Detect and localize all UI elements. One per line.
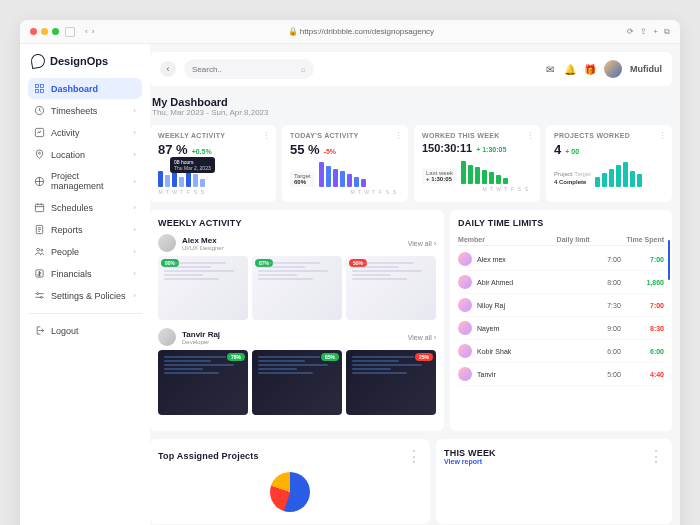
more-icon[interactable]: ⋮ bbox=[394, 131, 402, 141]
table-row: Niloy Raj 7:30 7:00 bbox=[458, 294, 664, 317]
page-title: My Dashboard bbox=[152, 96, 672, 108]
sidebar-item-label: Logout bbox=[51, 326, 79, 336]
stat-delta: +0.5% bbox=[192, 148, 212, 155]
member-name: Tanvir bbox=[477, 371, 596, 378]
stat-label: WORKED THIS WEEK bbox=[422, 132, 532, 139]
user-avatar[interactable] bbox=[604, 60, 622, 78]
user-name: Mufidul bbox=[630, 64, 662, 74]
avatar bbox=[158, 328, 176, 346]
scrollbar[interactable] bbox=[668, 240, 670, 280]
new-tab-icon[interactable]: + bbox=[653, 27, 658, 37]
daily-limit: 5:00 bbox=[596, 371, 632, 378]
stat-value: 4 bbox=[554, 142, 561, 157]
avatar bbox=[458, 321, 472, 335]
chevron-right-icon: › bbox=[434, 334, 436, 341]
sidebar-item-people[interactable]: People› bbox=[28, 241, 142, 262]
sidebar-item-reports[interactable]: Reports› bbox=[28, 219, 142, 240]
stats-row: ⋮ WEEKLY ACTIVITY 87 % +0.5% 08 hours Th… bbox=[150, 125, 672, 202]
tabs-icon[interactable]: ⧉ bbox=[664, 27, 670, 37]
panel-title: Top Assigned Projects bbox=[158, 451, 259, 461]
chevron-right-icon: › bbox=[133, 128, 136, 137]
view-all-link[interactable]: View all › bbox=[408, 334, 436, 341]
stat-label: PROJECTS WORKED bbox=[554, 132, 664, 139]
report-icon bbox=[34, 224, 45, 235]
time-spent: 7:00 bbox=[632, 302, 664, 309]
person-role: UI/UX Designer bbox=[182, 245, 224, 251]
search-input[interactable]: ⌕ bbox=[184, 59, 314, 79]
grid-icon bbox=[34, 83, 45, 94]
project-icon bbox=[34, 176, 45, 187]
more-icon[interactable]: ⋮ bbox=[262, 131, 270, 141]
stat-label: WEEKLY ACTIVITY bbox=[158, 132, 268, 139]
sidebar-item-location[interactable]: Location› bbox=[28, 144, 142, 165]
stat-weekly-activity: ⋮ WEEKLY ACTIVITY 87 % +0.5% 08 hours Th… bbox=[150, 125, 276, 202]
brand-logo-icon bbox=[30, 53, 46, 69]
sidebar-item-label: Schedules bbox=[51, 203, 93, 213]
chevron-right-icon: › bbox=[133, 269, 136, 278]
search-field[interactable] bbox=[192, 65, 297, 74]
more-icon[interactable]: ⋮ bbox=[526, 131, 534, 141]
more-icon[interactable]: ⋮ bbox=[406, 447, 422, 466]
sidebar-item-label: Timesheets bbox=[51, 106, 97, 116]
member-name: Niloy Raj bbox=[477, 302, 596, 309]
worked-bars bbox=[461, 158, 532, 184]
back-button[interactable]: ‹ bbox=[160, 61, 176, 77]
day-axis: MTWTFSS bbox=[482, 186, 532, 192]
sidebar-item-activity[interactable]: Activity› bbox=[28, 122, 142, 143]
calendar-icon bbox=[34, 202, 45, 213]
time-spent: 4:40 bbox=[632, 371, 664, 378]
sidebar: DesignOps Dashboard Timesheets› Activity… bbox=[20, 44, 150, 525]
svg-rect-2 bbox=[35, 89, 38, 92]
screenshot-thumb[interactable]: 78% bbox=[158, 350, 248, 414]
screenshot-thumb[interactable]: 50% bbox=[346, 256, 436, 320]
sidebar-item-logout[interactable]: Logout bbox=[28, 320, 142, 341]
screenshot-thumb[interactable]: 25% bbox=[346, 350, 436, 414]
share-icon[interactable]: ⇪ bbox=[640, 27, 647, 37]
nav-forward-icon[interactable]: › bbox=[92, 27, 95, 36]
screenshot-thumb[interactable]: 85% bbox=[252, 350, 342, 414]
sidebar-item-dashboard[interactable]: Dashboard bbox=[28, 78, 142, 99]
window-controls[interactable] bbox=[30, 28, 59, 35]
sidebar-item-settings[interactable]: Settings & Policies› bbox=[28, 285, 142, 306]
sidebar-toggle-icon[interactable] bbox=[65, 27, 75, 37]
chevron-right-icon: › bbox=[133, 150, 136, 159]
avatar bbox=[158, 234, 176, 252]
gift-icon[interactable]: 🎁 bbox=[584, 63, 596, 75]
bell-icon[interactable]: 🔔 bbox=[564, 63, 576, 75]
member-name: Abir Ahmed bbox=[477, 279, 596, 286]
sidebar-item-financials[interactable]: Financials› bbox=[28, 263, 142, 284]
target-badge: Target 60% bbox=[290, 171, 315, 187]
weekly-activity-panel: WEEKLY ACTIVITY Alex Mex UI/UX Designer … bbox=[150, 210, 444, 431]
svg-point-10 bbox=[37, 248, 40, 251]
screenshot-thumb[interactable]: 87% bbox=[252, 256, 342, 320]
people-icon bbox=[34, 246, 45, 257]
sidebar-item-label: People bbox=[51, 247, 79, 257]
view-all-link[interactable]: View all › bbox=[408, 240, 436, 247]
address-bar[interactable]: 🔒 https://dribbble.com/designopsagency bbox=[100, 27, 621, 36]
reload-icon[interactable]: ⟳ bbox=[627, 27, 634, 37]
panel-title: THIS WEEK bbox=[444, 448, 496, 458]
screenshot-thumb[interactable]: 90% bbox=[158, 256, 248, 320]
mail-icon[interactable]: ✉ bbox=[544, 63, 556, 75]
view-report-link[interactable]: View report bbox=[444, 458, 496, 465]
panel-title: DAILY TIME LIMITS bbox=[458, 218, 664, 228]
avatar bbox=[458, 298, 472, 312]
screenshots-row: 78% 85% 25% bbox=[158, 350, 436, 414]
more-icon[interactable]: ⋮ bbox=[648, 447, 664, 466]
brand[interactable]: DesignOps bbox=[28, 54, 142, 68]
sidebar-item-timesheets[interactable]: Timesheets› bbox=[28, 100, 142, 121]
stat-value: 150:30:11 bbox=[422, 142, 472, 154]
sidebar-item-project-management[interactable]: Project management› bbox=[28, 166, 142, 196]
stat-value: 87 % bbox=[158, 142, 188, 157]
logout-icon bbox=[34, 325, 45, 336]
member-name: Nayem bbox=[477, 325, 596, 332]
svg-rect-3 bbox=[40, 89, 43, 92]
nav-back-icon[interactable]: ‹ bbox=[85, 27, 88, 36]
this-week-panel: THIS WEEK View report ⋮ bbox=[436, 439, 672, 524]
stat-label: TODAY'S ACTIVITY bbox=[290, 132, 400, 139]
time-spent: 6:00 bbox=[632, 348, 664, 355]
search-icon: ⌕ bbox=[301, 65, 306, 74]
sidebar-item-schedules[interactable]: Schedules› bbox=[28, 197, 142, 218]
today-bars bbox=[319, 161, 400, 187]
more-icon[interactable]: ⋮ bbox=[658, 131, 666, 141]
